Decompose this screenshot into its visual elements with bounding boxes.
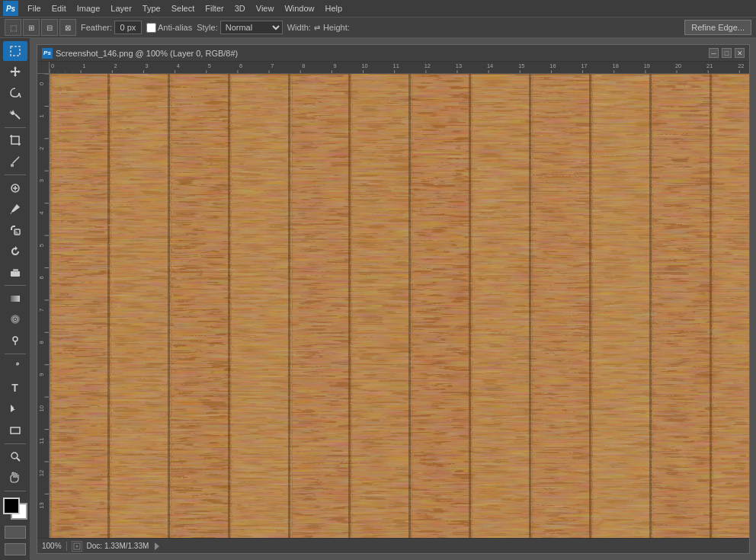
canvas-area: Ps Screenshot_146.png @ 100% (Layer 0, R… [30,38,756,560]
document-title: Screenshot_146.png @ 100% (Layer 0, RGB/… [56,49,706,58]
options-bar: ⬚ ⊞ ⊟ ⊠ Feather: Anti-alias Style: Norma… [0,17,756,38]
type-tool[interactable]: T [3,379,27,398]
svg-text:7: 7 [40,309,45,312]
svg-rect-8 [11,271,20,277]
healing-tool[interactable] [3,178,27,198]
feather-label: Feather: [81,23,112,32]
move-tool[interactable] [3,62,27,82]
svg-text:2: 2 [114,64,117,69]
ruler-top-row: 0 1 2 3 4 5 [37,62,749,74]
eyedropper-tool[interactable] [3,152,27,171]
new-selection-btn[interactable]: ⬚ [5,19,21,36]
status-icon [72,541,82,552]
toolbar-separator-4 [5,354,26,354]
menu-help[interactable]: Help [321,2,348,14]
vertical-ruler: 0 1 2 3 4 5 [37,74,50,538]
shape-tool[interactable] [3,421,27,440]
marquee-tool[interactable] [3,41,27,61]
ruler-v-svg: 0 1 2 3 4 5 [37,74,49,538]
svg-point-18 [11,453,18,459]
svg-text:6: 6 [239,64,242,69]
zoom-tool[interactable] [3,446,27,466]
width-control: Width: ⇄ Height: [287,22,350,33]
menu-3d[interactable]: 3D [230,2,250,14]
svg-text:3: 3 [40,179,45,182]
toolbar-separator-6 [5,491,26,491]
svg-text:10: 10 [40,405,45,412]
minimize-button[interactable]: ─ [709,48,719,58]
toolbar: T [0,38,30,560]
anti-alias-checkbox[interactable] [146,23,156,33]
close-button[interactable]: ✕ [735,48,745,58]
brush-tool[interactable] [3,199,27,219]
quick-mask-btn[interactable] [5,526,26,539]
path-select-tool[interactable] [3,399,27,419]
svg-text:15: 15 [518,64,524,69]
anti-alias-control: Anti-alias [146,23,192,33]
eraser-tool[interactable] [3,262,27,282]
feather-input[interactable] [114,21,142,34]
history-tool[interactable] [3,242,27,261]
toolbar-separator-2 [5,174,26,175]
menu-window[interactable]: Window [280,2,319,14]
ruler-area: 0 1 2 3 4 5 [37,62,749,538]
menu-layer[interactable]: Layer [106,2,136,14]
add-selection-btn[interactable]: ⊞ [23,19,40,36]
svg-text:7: 7 [271,64,274,69]
document-titlebar: Ps Screenshot_146.png @ 100% (Layer 0, R… [37,45,749,62]
svg-text:16: 16 [549,64,556,69]
svg-text:0: 0 [40,82,45,85]
svg-text:12: 12 [424,64,431,69]
ps-logo-icon: Ps [3,1,18,16]
lasso-tool[interactable] [3,83,27,103]
svg-text:17: 17 [581,64,587,69]
gradient-tool[interactable] [3,289,27,309]
svg-text:5: 5 [40,244,45,247]
menu-image[interactable]: Image [72,2,105,14]
svg-text:21: 21 [706,64,713,69]
refine-edge-button[interactable]: Refine Edge... [684,20,751,35]
menu-file[interactable]: File [23,2,46,14]
foreground-color[interactable] [3,498,20,514]
crop-tool[interactable] [3,131,27,151]
hand-tool[interactable] [3,468,27,488]
blur-tool[interactable] [3,310,27,330]
svg-text:20: 20 [675,64,681,69]
dodge-tool[interactable] [3,331,27,350]
screen-mode-btn[interactable] [5,543,26,555]
svg-text:4: 4 [177,64,180,69]
style-select[interactable]: Normal Fixed Ratio Fixed Size [220,21,283,34]
menu-filter[interactable]: Filter [200,2,228,14]
svg-text:2: 2 [40,147,45,150]
maximize-button[interactable]: □ [722,48,732,58]
svg-text:1: 1 [82,64,85,69]
menu-bar: Ps File Edit Image Layer Type Select Fil… [0,0,756,17]
feather-control: Feather: [81,21,142,34]
svg-text:6: 6 [40,276,45,279]
canvas-container[interactable] [50,74,749,538]
style-label: Style: [197,23,218,32]
main-area: T [0,38,756,560]
intersect-selection-btn[interactable]: ⊠ [59,19,76,36]
svg-point-13 [14,318,16,320]
svg-rect-9 [13,269,18,272]
svg-text:22: 22 [738,64,744,69]
document-window: Ps Screenshot_146.png @ 100% (Layer 0, R… [37,44,750,554]
svg-rect-70 [37,74,49,538]
status-arrow-btn[interactable] [153,541,162,552]
pen-tool[interactable] [3,357,27,377]
menu-select[interactable]: Select [167,2,200,14]
color-swatches[interactable] [3,498,27,520]
menu-edit[interactable]: Edit [47,2,71,14]
swap-dimensions-btn[interactable]: ⇄ [313,22,321,33]
magic-wand-tool[interactable] [3,104,27,124]
subtract-selection-btn[interactable]: ⊟ [41,19,58,36]
svg-text:19: 19 [644,64,650,69]
style-control: Style: Normal Fixed Ratio Fixed Size [197,21,283,34]
menu-view[interactable]: View [251,2,279,14]
toolbar-separator-3 [5,285,26,286]
menu-type[interactable]: Type [138,2,165,14]
svg-text:0: 0 [51,64,54,69]
clone-tool[interactable] [3,220,27,240]
svg-rect-3 [11,164,14,167]
